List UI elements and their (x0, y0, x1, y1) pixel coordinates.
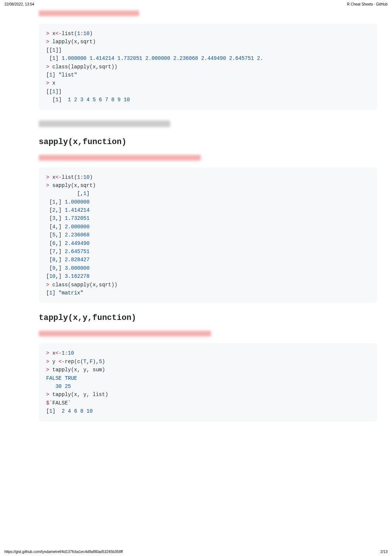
print-timestamp: 22/08/2022, 13:54 (4, 2, 34, 6)
blurred-divider: ________________________________________ (39, 120, 170, 127)
blurred-intro-lapply: apply a function to each element of the … (39, 10, 139, 16)
blurred-intro-sapply: apply a function to each element of the … (39, 155, 201, 161)
code-block-sapply: > x<-list(1:10) > sapply(x,sqrt) [,1] [1… (39, 167, 377, 303)
print-url: https://gist.github.com/lyndametref/4d13… (4, 550, 123, 554)
heading-sapply: sapply(x,function) (39, 137, 377, 147)
print-title: R Cheat Sheets · GitHub (347, 2, 388, 6)
code-block-tapply: > x<-1:10 > y <-rep(c(T,F),5) > tapply(x… (39, 343, 377, 421)
heading-tapply: tapply(x,y,function) (39, 313, 377, 323)
blurred-intro-tapply: apply a function to subsets of a vector … (39, 331, 211, 337)
code-block-lapply: > x<-list(1:10) > lapply(x,sqrt) [[1]] [… (39, 24, 377, 110)
print-page: 2/13 (381, 550, 388, 554)
